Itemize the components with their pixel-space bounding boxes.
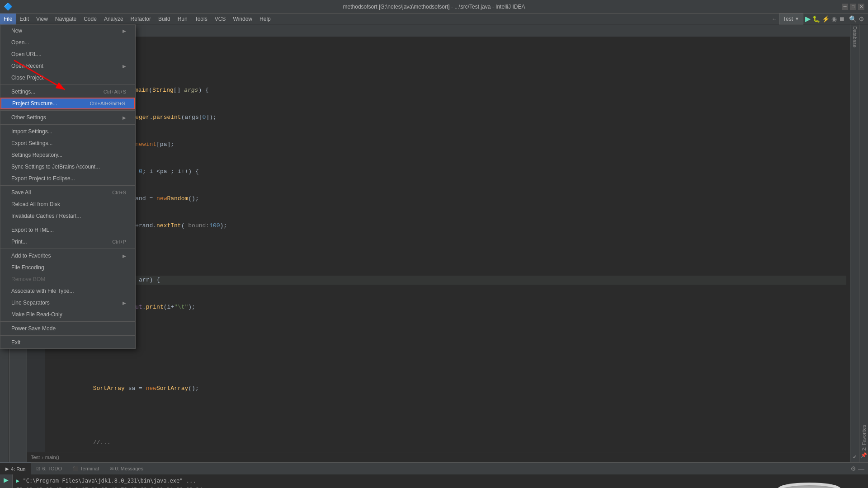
menu-invalidate-caches[interactable]: Invalidate Caches / Restart...: [0, 210, 135, 222]
console-command-line: ▶ "C:\Program Files\Java\jdk1.8.0_231\bi…: [16, 476, 864, 485]
stop-button[interactable]: ⏹: [839, 15, 845, 23]
menu-open[interactable]: Open...: [0, 37, 135, 48]
database-label[interactable]: Database: [852, 24, 858, 47]
menu-code[interactable]: Code: [80, 14, 100, 24]
search-everywhere-button[interactable]: 🔍: [849, 15, 857, 23]
menu-add-favorites[interactable]: Add to Favorites ▶: [0, 250, 135, 262]
maximize-button[interactable]: □: [850, 4, 856, 10]
coverage-button[interactable]: ⚡: [822, 15, 830, 23]
code-line-7: for (int i = 0; i <pa ; i++) {: [51, 167, 846, 176]
menu-associate-file-type[interactable]: Associate with File Type...: [0, 285, 135, 297]
menu-new-arrow: ▶: [123, 28, 126, 33]
messages-tab-label: 0: Messages: [115, 466, 143, 471]
menu-power-save[interactable]: Power Save Mode: [0, 323, 135, 334]
menu-run[interactable]: Run: [174, 14, 191, 24]
run-configuration[interactable]: Test ▼: [779, 14, 803, 24]
menu-project-structure[interactable]: Project Structure... Ctrl+Alt+Shift+S: [0, 98, 135, 109]
menu-edit[interactable]: Edit: [16, 14, 33, 24]
title-bar: 🔷 methodsofsort [G:\notes\java\methodsof…: [0, 0, 868, 14]
back-navigation-icon[interactable]: ←: [772, 16, 777, 22]
menu-open-recent[interactable]: Open Recent ▶: [0, 60, 135, 72]
profile-button[interactable]: ◉: [831, 15, 837, 23]
menu-bar: File Edit View Navigate Code Analyze Ref…: [0, 14, 868, 24]
editor-tabs: ☕ SortArray.java ✕ ☕ Test.java ✕: [27, 24, 850, 37]
menu-print[interactable]: Print... Ctrl+P: [0, 236, 135, 248]
menu-export-html-label: Export to HTML...: [11, 227, 54, 233]
menu-settings[interactable]: Settings... Ctrl+Alt+S: [0, 86, 135, 98]
tab-terminal[interactable]: ⬛ Terminal: [67, 463, 104, 474]
code-content[interactable]: ▶public class Test { ▶@ public static vo…: [45, 37, 850, 452]
pin-icon[interactable]: 📌: [861, 452, 867, 458]
menu-make-read-only[interactable]: Make File Read-Only: [0, 309, 135, 320]
git-icon[interactable]: ✔: [853, 454, 857, 460]
menu-export-eclipse[interactable]: Export Project to Eclipse...: [0, 173, 135, 184]
terminal-tab-label: Terminal: [80, 466, 99, 471]
code-line-16: [51, 411, 846, 420]
window-controls: ─ □ ✕: [842, 4, 864, 10]
menu-settings-shortcut: Ctrl+Alt+S: [104, 89, 126, 94]
menu-file-encoding[interactable]: File Encoding: [0, 262, 135, 273]
menu-open-recent-arrow: ▶: [123, 64, 126, 69]
menu-open-label: Open...: [11, 39, 29, 46]
menu-vcs[interactable]: VCS: [211, 14, 230, 24]
menu-refactor[interactable]: Refactor: [127, 14, 155, 24]
menu-navigate[interactable]: Navigate: [52, 14, 80, 24]
menu-settings-label: Settings...: [11, 89, 35, 95]
menu-export-settings[interactable]: Export Settings...: [0, 137, 135, 149]
run-button[interactable]: ▶: [805, 14, 811, 23]
menu-new[interactable]: New ▶: [0, 25, 135, 37]
console-up-icon[interactable]: ↑: [5, 485, 8, 488]
minimize-button[interactable]: ─: [842, 4, 848, 10]
menu-help[interactable]: Help: [256, 14, 274, 24]
settings-icon[interactable]: ⚙: [850, 465, 856, 472]
menu-power-save-label: Power Save Mode: [11, 325, 56, 332]
menu-open-url[interactable]: Open URL...: [0, 48, 135, 60]
menu-other-settings[interactable]: Other Settings ▶: [0, 112, 135, 123]
settings-gear-icon[interactable]: ⚙: [859, 15, 864, 23]
menu-other-settings-label: Other Settings: [11, 114, 46, 121]
messages-tab-icon: ✉: [110, 466, 113, 471]
code-line-11: for (int i : arr) {: [51, 276, 846, 285]
menu-view[interactable]: View: [33, 14, 52, 24]
menu-tools[interactable]: Tools: [191, 14, 211, 24]
menu-make-read-only-label: Make File Read-Only: [11, 311, 62, 318]
console-run-icon[interactable]: ▶: [4, 476, 9, 483]
menu-file[interactable]: File: [0, 14, 16, 24]
run-tab-icon: ▶: [5, 466, 9, 471]
menu-exit[interactable]: Exit: [0, 337, 135, 348]
menu-line-separators-label: Line Separators: [11, 300, 50, 306]
run-config-label: Test: [783, 16, 793, 22]
menu-sep-8: [0, 335, 135, 336]
menu-add-favorites-label: Add to Favorites: [11, 253, 51, 259]
tab-todo[interactable]: ☑ 6: TODO: [31, 463, 67, 474]
menu-analyze[interactable]: Analyze: [100, 14, 127, 24]
menu-sep-2: [0, 110, 135, 111]
favorites-panel[interactable]: 2: Favorites 📌: [859, 24, 868, 462]
menu-export-eclipse-label: Export Project to Eclipse...: [11, 175, 75, 182]
menu-export-html[interactable]: Export to HTML...: [0, 224, 135, 236]
menu-build[interactable]: Build: [155, 14, 174, 24]
menu-add-favorites-arrow: ▶: [123, 253, 126, 258]
menu-save-all[interactable]: Save All Ctrl+S: [0, 187, 135, 198]
menu-reload-from-disk[interactable]: Reload All from Disk: [0, 198, 135, 210]
tab-messages[interactable]: ✉ 0: Messages: [104, 463, 149, 474]
menu-sync-settings[interactable]: Sync Settings to JetBrains Account...: [0, 161, 135, 173]
run-config-dropdown-icon[interactable]: ▼: [795, 16, 799, 21]
menu-file-encoding-label: File Encoding: [11, 264, 44, 271]
menu-import-settings[interactable]: Import Settings...: [0, 126, 135, 137]
menu-close-project[interactable]: Close Project: [0, 72, 135, 84]
menu-line-separators[interactable]: Line Separators ▶: [0, 297, 135, 309]
code-editor[interactable]: 34567 89101112 1314151617 3738 ▶public c…: [27, 37, 850, 452]
tab-run[interactable]: ▶ 4: Run: [0, 463, 31, 474]
menu-window[interactable]: Window: [229, 14, 256, 24]
menu-save-all-label: Save All: [11, 189, 31, 196]
code-line-3: ▶public class Test {: [51, 59, 846, 68]
close-button[interactable]: ✕: [858, 4, 864, 10]
code-line-14: [51, 357, 846, 366]
debug-button[interactable]: 🐛: [812, 15, 820, 23]
code-line-9: arr[i]=1+rand.nextInt( bound: 100);: [51, 221, 846, 230]
menu-settings-repo[interactable]: Settings Repository...: [0, 149, 135, 161]
menu-sep-5: [0, 223, 135, 223]
menu-open-recent-label: Open Recent: [11, 63, 43, 69]
minimize-panel-icon[interactable]: —: [858, 465, 864, 472]
